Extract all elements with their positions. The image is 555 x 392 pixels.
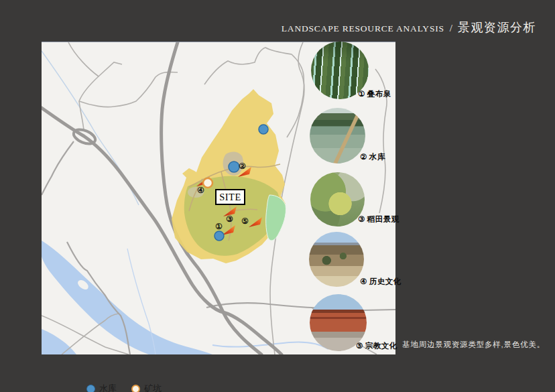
reservoir-dot-icon bbox=[86, 385, 95, 392]
map-legend: 水库 矿坑 bbox=[86, 383, 162, 392]
resource-number: ④ bbox=[360, 277, 367, 285]
legend-item-mine-pit: 矿坑 bbox=[131, 383, 162, 392]
analysis-slide: LANDSCAPE RESOURCE ANALYSIS / 景观资源分析 bbox=[0, 0, 555, 392]
resource-label-2: ②水库 bbox=[360, 152, 385, 162]
resource-number: ① bbox=[358, 90, 365, 98]
legend-label: 水库 bbox=[99, 383, 117, 392]
resource-label-3: ③稻田景观 bbox=[358, 214, 399, 224]
resource-label-5: ⑤宗教文化 bbox=[356, 341, 397, 351]
resource-number: ② bbox=[360, 153, 367, 161]
reservoir-marker bbox=[229, 161, 239, 172]
title-chinese: 景观资源分析 bbox=[458, 21, 536, 34]
title-separator: / bbox=[450, 23, 452, 34]
legend-item-reservoir: 水库 bbox=[86, 383, 117, 392]
map-marker-label-4: ④ bbox=[197, 186, 204, 194]
resource-name: 叠布泉 bbox=[367, 90, 391, 98]
legend-label: 矿坑 bbox=[144, 383, 162, 392]
map-marker-label-2: ② bbox=[239, 162, 246, 170]
site-label: SITE bbox=[215, 189, 245, 205]
site-area bbox=[172, 89, 286, 263]
resource-name: 宗教文化 bbox=[365, 342, 397, 350]
reservoir-photo bbox=[310, 108, 365, 164]
historic-site-photo bbox=[309, 232, 364, 287]
map-marker-label-5: ⑤ bbox=[241, 217, 249, 225]
page-title: LANDSCAPE RESOURCE ANALYSIS / 景观资源分析 bbox=[282, 19, 536, 36]
resource-name: 历史文化 bbox=[369, 277, 402, 285]
mine-pit-dot-icon bbox=[131, 385, 140, 392]
rice-field-photo bbox=[310, 172, 365, 226]
map-marker-label-1: ① bbox=[215, 222, 223, 231]
green-zone bbox=[266, 195, 286, 241]
title-english: LANDSCAPE RESOURCE ANALYSIS bbox=[282, 23, 444, 34]
resource-label-4: ④历史文化 bbox=[360, 277, 402, 287]
resource-name: 水库 bbox=[369, 153, 385, 161]
summary-caption: 基地周边景观资源类型多样,景色优美。 bbox=[402, 340, 545, 350]
map-marker-label-3: ③ bbox=[226, 215, 233, 223]
resource-number: ⑤ bbox=[356, 342, 363, 350]
reservoir-marker bbox=[259, 125, 268, 134]
resource-name: 稻田景观 bbox=[367, 215, 399, 223]
resource-label-1: ①叠布泉 bbox=[358, 89, 391, 99]
mine-pit-marker bbox=[203, 178, 212, 188]
resource-number: ③ bbox=[358, 215, 365, 223]
reservoir-marker bbox=[214, 231, 224, 241]
